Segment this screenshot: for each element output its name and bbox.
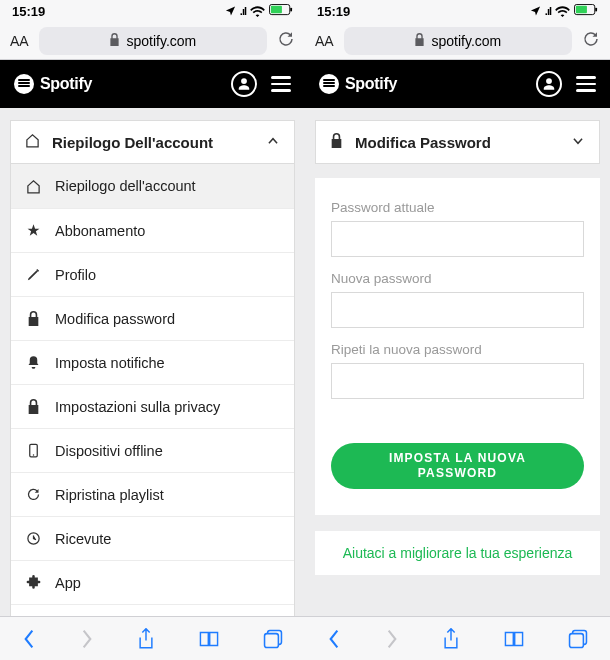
safari-toolbar	[0, 616, 305, 660]
svg-rect-13	[570, 633, 584, 647]
battery-icon	[269, 4, 293, 19]
ios-status-bar: 15:19 .ıl	[0, 0, 305, 22]
spotify-header: Spotify	[305, 60, 610, 108]
wifi-icon	[250, 6, 265, 17]
device-icon	[25, 443, 41, 458]
battery-icon	[574, 4, 598, 19]
current-password-input[interactable]	[331, 221, 584, 257]
safari-address-bar: AA spotify.com	[0, 22, 305, 60]
menu-item[interactable]: Ripristina playlist	[11, 472, 294, 516]
spotify-logo-icon	[14, 74, 34, 94]
safari-toolbar	[305, 616, 610, 660]
menu-item[interactable]: Riepilogo dell'account	[11, 164, 294, 208]
menu-item[interactable]: App	[11, 560, 294, 604]
chevron-down-icon	[571, 134, 585, 151]
lock-icon	[25, 399, 41, 414]
bell-icon	[25, 355, 41, 370]
address-field[interactable]: spotify.com	[39, 27, 267, 55]
page-body-left: Riepilogo Dell'account Riepilogo dell'ac…	[0, 108, 305, 616]
bookmarks-button[interactable]	[504, 630, 524, 648]
chevron-up-icon	[266, 134, 280, 151]
forward-button[interactable]	[385, 629, 399, 649]
address-domain: spotify.com	[431, 33, 501, 49]
puzzle-icon	[25, 575, 41, 590]
menu-item-label: Ripristina playlist	[55, 487, 164, 503]
menu-item[interactable]: Dispositivi offline	[11, 428, 294, 472]
repeat-password-label: Ripeti la nuova password	[331, 342, 584, 357]
password-form-card: Password attuale Nuova password Ripeti l…	[315, 178, 600, 515]
star-icon	[25, 223, 41, 238]
reload-button[interactable]	[582, 30, 600, 52]
menu-item[interactable]: Ricevute	[11, 516, 294, 560]
menu-item[interactable]: Impostazioni sulla privacy	[11, 384, 294, 428]
clock-icon	[25, 531, 41, 546]
current-password-label: Password attuale	[331, 200, 584, 215]
svg-point-4	[32, 454, 34, 456]
signal-icon: .ıl	[545, 5, 551, 17]
text-size-button[interactable]: AA	[315, 33, 334, 49]
status-time: 15:19	[12, 4, 45, 19]
lock-icon	[330, 133, 343, 151]
menu-item[interactable]: Imposta notifiche	[11, 340, 294, 384]
svg-rect-2	[290, 7, 292, 11]
reload-button[interactable]	[277, 30, 295, 52]
spotify-logo[interactable]: Spotify	[14, 74, 231, 94]
svg-rect-1	[271, 5, 282, 12]
share-button[interactable]	[137, 628, 155, 650]
home-icon	[25, 133, 40, 151]
lock-icon	[25, 311, 41, 326]
account-button[interactable]	[536, 71, 562, 97]
lock-icon	[109, 33, 120, 49]
spotify-header: Spotify	[0, 60, 305, 108]
menu-item[interactable]: Modifica password	[11, 296, 294, 340]
account-section-dropdown[interactable]: Modifica Password	[315, 120, 600, 164]
address-field[interactable]: spotify.com	[344, 27, 572, 55]
menu-item[interactable]: Abbonamento	[11, 208, 294, 252]
phone-right: 15:19 .ıl AA spotify.com	[305, 0, 610, 660]
spotify-logo-icon	[319, 74, 339, 94]
spotify-wordmark: Spotify	[40, 75, 92, 93]
tabs-button[interactable]	[263, 629, 283, 649]
menu-item[interactable]: Profilo	[11, 252, 294, 296]
location-arrow-icon	[530, 4, 541, 19]
help-banner[interactable]: Aiutaci a migliorare la tua esperienza	[315, 531, 600, 575]
svg-rect-8	[265, 633, 279, 647]
account-section-dropdown[interactable]: Riepilogo Dell'account	[10, 120, 295, 164]
account-button[interactable]	[231, 71, 257, 97]
refresh-icon	[25, 487, 41, 502]
address-domain: spotify.com	[126, 33, 196, 49]
bookmarks-button[interactable]	[199, 630, 219, 648]
menu-item[interactable]: Riscatta	[11, 604, 294, 616]
safari-address-bar: AA spotify.com	[305, 22, 610, 60]
status-right: .ıl	[530, 4, 598, 19]
menu-item-label: Impostazioni sulla privacy	[55, 399, 220, 415]
dropdown-label: Riepilogo Dell'account	[52, 134, 213, 151]
share-button[interactable]	[442, 628, 460, 650]
back-button[interactable]	[327, 629, 341, 649]
text-size-button[interactable]: AA	[10, 33, 29, 49]
menu-item-label: Abbonamento	[55, 223, 145, 239]
forward-button[interactable]	[80, 629, 94, 649]
new-password-label: Nuova password	[331, 271, 584, 286]
submit-password-button[interactable]: IMPOSTA LA NUOVA PASSWORD	[331, 443, 584, 489]
account-menu: Riepilogo dell'accountAbbonamentoProfilo…	[10, 164, 295, 616]
signal-icon: .ıl	[240, 5, 246, 17]
dropdown-label: Modifica Password	[355, 134, 491, 151]
menu-button[interactable]	[576, 76, 596, 92]
new-password-input[interactable]	[331, 292, 584, 328]
spotify-logo[interactable]: Spotify	[319, 74, 536, 94]
menu-item-label: Imposta notifiche	[55, 355, 165, 371]
tabs-button[interactable]	[568, 629, 588, 649]
status-right: .ıl	[225, 4, 293, 19]
menu-item-label: Riepilogo dell'account	[55, 178, 196, 194]
menu-item-label: Modifica password	[55, 311, 175, 327]
ios-status-bar: 15:19 .ıl	[305, 0, 610, 22]
back-button[interactable]	[22, 629, 36, 649]
menu-button[interactable]	[271, 76, 291, 92]
page-body-right: Modifica Password Password attuale Nuova…	[305, 108, 610, 616]
menu-item-label: Ricevute	[55, 531, 111, 547]
location-arrow-icon	[225, 4, 236, 19]
phone-left: 15:19 .ıl AA spotify.com	[0, 0, 305, 660]
svg-rect-10	[576, 5, 587, 12]
repeat-password-input[interactable]	[331, 363, 584, 399]
